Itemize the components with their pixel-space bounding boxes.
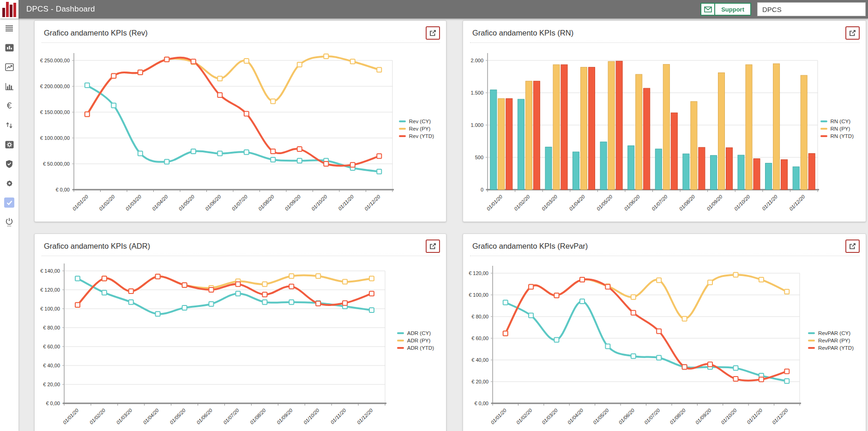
data-point-marker[interactable] xyxy=(708,280,712,285)
data-point-marker[interactable] xyxy=(759,277,764,282)
bar[interactable] xyxy=(628,146,634,190)
data-point-marker[interactable] xyxy=(182,305,187,310)
data-point-marker[interactable] xyxy=(236,291,241,296)
data-point-marker[interactable] xyxy=(657,355,661,360)
data-point-marker[interactable] xyxy=(784,369,789,374)
data-point-marker[interactable] xyxy=(262,292,267,297)
data-point-marker[interactable] xyxy=(182,283,187,287)
data-point-marker[interactable] xyxy=(324,162,328,166)
data-point-marker[interactable] xyxy=(191,59,196,64)
data-point-marker[interactable] xyxy=(580,299,585,304)
data-point-marker[interactable] xyxy=(102,290,107,295)
data-point-marker[interactable] xyxy=(377,154,381,158)
legend-item[interactable]: Rev (PY) xyxy=(399,126,434,132)
data-point-marker[interactable] xyxy=(85,112,90,117)
bar[interactable] xyxy=(600,142,607,190)
bar[interactable] xyxy=(718,73,725,190)
data-point-marker[interactable] xyxy=(217,151,222,156)
data-point-marker[interactable] xyxy=(555,338,559,342)
legend-item[interactable]: RevPAR (CY) xyxy=(808,330,854,336)
legend-item[interactable]: RevPAR (YTD) xyxy=(808,345,854,351)
data-point-marker[interactable] xyxy=(262,300,267,305)
data-point-marker[interactable] xyxy=(244,111,249,116)
data-point-marker[interactable] xyxy=(244,59,249,63)
data-point-marker[interactable] xyxy=(156,274,160,279)
data-point-marker[interactable] xyxy=(350,59,355,64)
bar[interactable] xyxy=(498,99,505,190)
data-point-marker[interactable] xyxy=(377,169,381,174)
data-point-marker[interactable] xyxy=(734,377,738,381)
data-point-marker[interactable] xyxy=(209,302,214,306)
data-point-marker[interactable] xyxy=(262,282,267,287)
data-point-marker[interactable] xyxy=(75,276,80,281)
bar[interactable] xyxy=(636,74,642,190)
bar[interactable] xyxy=(711,156,717,190)
data-point-marker[interactable] xyxy=(784,289,789,294)
data-point-marker[interactable] xyxy=(191,149,196,154)
bar[interactable] xyxy=(699,147,705,190)
data-point-marker[interactable] xyxy=(138,70,143,75)
data-point-marker[interactable] xyxy=(289,274,294,278)
support-button[interactable]: Support xyxy=(700,3,751,16)
bar[interactable] xyxy=(781,160,788,190)
data-point-marker[interactable] xyxy=(369,276,374,281)
data-point-marker[interactable] xyxy=(85,83,90,88)
data-point-marker[interactable] xyxy=(297,158,302,163)
bar[interactable] xyxy=(608,61,615,190)
bar[interactable] xyxy=(766,163,772,190)
data-point-marker[interactable] xyxy=(580,277,585,282)
legend-item[interactable]: ADR (PY) xyxy=(397,338,434,343)
data-point-marker[interactable] xyxy=(244,150,249,155)
data-point-marker[interactable] xyxy=(129,289,133,293)
bar[interactable] xyxy=(753,159,760,190)
data-point-marker[interactable] xyxy=(529,284,533,289)
bar[interactable] xyxy=(746,65,752,190)
data-point-marker[interactable] xyxy=(682,365,687,369)
data-point-marker[interactable] xyxy=(605,344,610,349)
bar[interactable] xyxy=(683,154,689,190)
data-point-marker[interactable] xyxy=(75,303,80,307)
bar[interactable] xyxy=(561,65,567,190)
data-point-marker[interactable] xyxy=(734,366,738,371)
data-point-marker[interactable] xyxy=(631,311,636,315)
data-point-marker[interactable] xyxy=(682,317,687,321)
sidebar-item-revenue[interactable]: € xyxy=(0,96,18,115)
bar[interactable] xyxy=(545,147,552,190)
data-point-marker[interactable] xyxy=(316,274,320,278)
data-point-marker[interactable] xyxy=(350,162,355,167)
data-point-marker[interactable] xyxy=(111,103,116,108)
data-point-marker[interactable] xyxy=(657,329,661,334)
sidebar-item-settings[interactable] xyxy=(0,174,18,193)
data-point-marker[interactable] xyxy=(209,287,214,292)
sidebar-item-dashboard[interactable] xyxy=(0,38,18,57)
bar[interactable] xyxy=(808,154,815,190)
data-point-marker[interactable] xyxy=(271,99,275,104)
bar[interactable] xyxy=(793,167,799,190)
data-point-marker[interactable] xyxy=(236,282,241,287)
data-point-marker[interactable] xyxy=(102,276,107,281)
bar[interactable] xyxy=(525,81,532,190)
data-point-marker[interactable] xyxy=(164,57,169,62)
legend-item[interactable]: RN (PY) xyxy=(820,126,854,132)
data-point-marker[interactable] xyxy=(164,160,169,164)
bar[interactable] xyxy=(801,75,807,190)
sidebar-item-security[interactable] xyxy=(0,154,18,174)
bar[interactable] xyxy=(726,148,733,190)
data-point-marker[interactable] xyxy=(631,354,636,359)
data-point-marker[interactable] xyxy=(343,301,347,305)
data-point-marker[interactable] xyxy=(297,62,302,67)
bar[interactable] xyxy=(773,64,780,190)
data-point-marker[interactable] xyxy=(289,300,294,305)
sidebar-item-configuration[interactable] xyxy=(0,135,18,154)
sidebar-item-tasks-active[interactable] xyxy=(0,193,18,212)
expand-chart-button[interactable] xyxy=(845,239,860,253)
data-point-marker[interactable] xyxy=(111,74,116,78)
bar[interactable] xyxy=(533,81,540,190)
legend-item[interactable]: Rev (CY) xyxy=(399,119,434,124)
data-point-marker[interactable] xyxy=(631,295,636,299)
bar[interactable] xyxy=(490,90,497,190)
expand-chart-button[interactable] xyxy=(426,239,440,253)
data-point-marker[interactable] xyxy=(324,54,328,59)
expand-chart-button[interactable] xyxy=(845,26,860,40)
sidebar-item-trends[interactable] xyxy=(0,57,18,77)
